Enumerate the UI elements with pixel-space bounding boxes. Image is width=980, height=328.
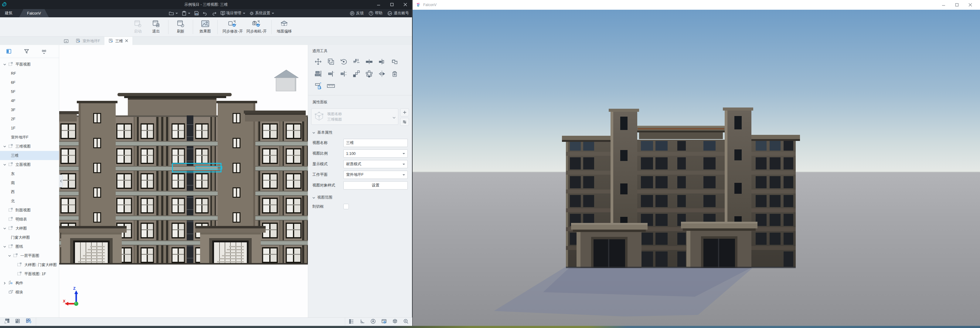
doc-tab-3d[interactable]: 三维 (105, 37, 132, 45)
select-elements-icon[interactable] (4, 318, 10, 325)
tree-item-west[interactable]: 西 (0, 187, 59, 196)
display-list-icon[interactable] (349, 319, 354, 325)
tree-item-sheet-plan-1f[interactable]: 平面视图: 1F (0, 269, 59, 279)
tree-group-plan-views[interactable]: 平面视图 (0, 60, 59, 69)
split-horizontal-icon[interactable] (364, 57, 374, 66)
object-style-settings-button[interactable]: 设置 (344, 181, 408, 189)
type-selector[interactable]: 视图名称 三维视图 (311, 108, 398, 125)
close-tab-icon[interactable] (125, 39, 128, 43)
paste-icon[interactable] (182, 11, 190, 16)
panel-divider (308, 95, 412, 96)
feedback-button[interactable]: 反馈 (350, 11, 364, 16)
tree-group-schedules[interactable]: 明细表 (0, 215, 59, 224)
tree-item-site-plan[interactable]: 室外地坪F (0, 133, 59, 142)
tab-falconv[interactable]: FalconV (19, 9, 49, 17)
close-icon[interactable] (399, 0, 412, 9)
tree-item-rf[interactable]: RF (0, 69, 59, 78)
stretch-icon[interactable] (313, 82, 323, 90)
exit-button[interactable]: 退出 (147, 18, 165, 36)
entrance-left (59, 226, 127, 264)
doc-tab-ground-floor[interactable]: 室外地坪F (72, 37, 105, 45)
tree-group-modules[interactable]: 模块 (0, 288, 59, 297)
undo-icon[interactable] (203, 11, 208, 16)
section-view-range[interactable]: 视图范围 (308, 191, 412, 202)
render-image-button[interactable]: 效果图 (196, 18, 214, 36)
minimize-icon[interactable] (937, 0, 950, 10)
trim-corner-icon[interactable] (352, 57, 361, 66)
redo-icon[interactable] (212, 11, 216, 16)
sync-camera-button[interactable]: 同步相机-开 (245, 18, 269, 36)
locate-icon[interactable] (35, 45, 53, 58)
window-sync-icon[interactable] (381, 319, 387, 325)
new-view-icon[interactable] (61, 37, 72, 45)
tree-item-3f[interactable]: 3F (0, 105, 59, 115)
mirror-icon[interactable] (377, 70, 387, 78)
shaded-cube-icon[interactable] (392, 318, 398, 325)
tree-item-sheet-detail[interactable]: 大样图: 门窗大样图 (0, 260, 59, 269)
measure-icon[interactable] (326, 82, 336, 90)
copy-icon[interactable] (326, 57, 336, 66)
render-viewport[interactable] (413, 10, 980, 326)
project-management-menu[interactable]: 项目管理 (220, 11, 245, 16)
compass-icon[interactable] (371, 318, 376, 325)
tree-group-3d-views[interactable]: 三维视图 (0, 142, 59, 151)
array-linear-icon[interactable] (352, 70, 361, 78)
tree-group-components[interactable]: 构件 (0, 279, 59, 288)
maximize-icon[interactable] (385, 0, 399, 9)
align-right-icon[interactable] (326, 70, 336, 78)
tree-group-sheets[interactable]: 图纸 (0, 242, 59, 251)
tree-group-elevations[interactable]: 立面视图 (0, 160, 59, 169)
display-mode-select[interactable]: 材质模式 (344, 160, 408, 168)
tree-item-south[interactable]: 南 (0, 178, 59, 187)
property-filter-icon[interactable] (400, 118, 409, 126)
move-icon[interactable] (313, 57, 323, 66)
save-icon[interactable] (194, 11, 199, 16)
logout-button[interactable]: 退出账号 (387, 11, 409, 16)
refresh-button[interactable]: 刷新 (172, 18, 190, 36)
tree-item-2f[interactable]: 2F (0, 115, 59, 124)
model-canvas[interactable]: Z X (59, 45, 308, 317)
align-bottom-icon[interactable] (313, 70, 323, 78)
tree-item-1f[interactable]: 1F (0, 124, 59, 133)
array-radial-icon[interactable] (364, 70, 374, 78)
panel-view-icon[interactable] (0, 45, 18, 58)
align-distribute-icon[interactable] (339, 70, 348, 78)
tree-item-6f[interactable]: 6F (0, 78, 59, 87)
tree-item-door-window-detail[interactable]: 门窗大样图 (0, 233, 59, 242)
select-previous-icon[interactable] (25, 318, 32, 325)
help-button[interactable]: 帮助 (369, 11, 383, 16)
zoom-in-icon[interactable] (403, 318, 409, 325)
tree-group-sections[interactable]: 剖面视图 (0, 205, 59, 215)
view-scale-select[interactable]: 1:100 (344, 150, 408, 158)
tree-item-5f[interactable]: 5F (0, 87, 59, 96)
sidebar-collapse-handle[interactable] (59, 175, 63, 187)
minimize-icon[interactable] (372, 0, 385, 9)
start-button[interactable]: 启动 (129, 18, 147, 36)
delete-icon[interactable] (390, 70, 399, 78)
section-basic-properties[interactable]: 基本属性 (308, 126, 412, 138)
open-file-icon[interactable] (169, 11, 178, 16)
rotate-icon[interactable] (339, 57, 348, 66)
add-property-icon[interactable] (400, 108, 409, 116)
corner-angle-icon[interactable] (360, 319, 365, 325)
maximize-icon[interactable] (950, 0, 964, 10)
tree-group-details[interactable]: 大样图 (0, 224, 59, 233)
ground-offset-button[interactable]: 地面偏移 (275, 18, 294, 36)
tree-group-first-floor-sheet[interactable]: 一层平面图 (0, 251, 59, 260)
tree-item-3d-selected[interactable]: 三维 (0, 151, 59, 160)
view-name-input[interactable]: 三维 (344, 139, 408, 147)
tree-item-north[interactable]: 北 (0, 196, 59, 205)
offset-icon[interactable] (390, 57, 399, 66)
tree-item-east[interactable]: 东 (0, 169, 59, 178)
split-vertical-icon[interactable] (377, 57, 387, 66)
section-box-checkbox[interactable] (344, 204, 349, 209)
viewcube-home-icon[interactable] (272, 68, 301, 93)
system-settings-menu[interactable]: 系统设置 (249, 11, 274, 16)
close-icon[interactable] (964, 0, 977, 10)
tab-architecture[interactable]: 建筑 (0, 9, 17, 17)
work-plane-select[interactable]: 室外地坪F (344, 171, 408, 179)
filter-icon[interactable] (18, 45, 35, 58)
tree-item-4f[interactable]: 4F (0, 96, 59, 105)
select-group-icon[interactable] (15, 318, 21, 325)
sync-modify-button[interactable]: 同步修改-开 (221, 18, 245, 36)
